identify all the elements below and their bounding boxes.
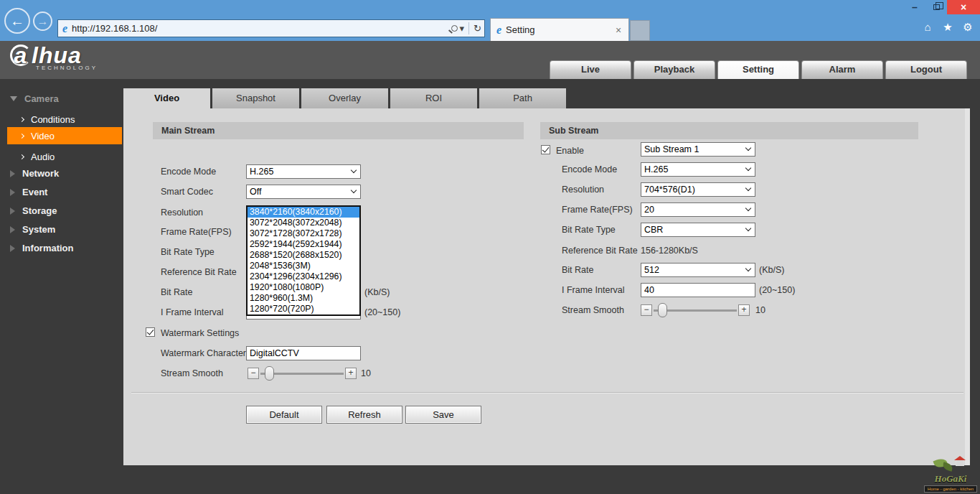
- refresh-icon[interactable]: ↻: [473, 23, 481, 34]
- nav-logout-button[interactable]: Logout: [885, 60, 967, 79]
- tab-overlay[interactable]: Overlay: [301, 88, 388, 109]
- forward-button[interactable]: →: [33, 11, 52, 31]
- i-frame-interval-range: (20~150): [364, 307, 400, 317]
- sidebar-group-information[interactable]: Information: [10, 243, 74, 253]
- new-tab-button[interactable]: [630, 20, 650, 41]
- url-text[interactable]: http://192.168.1.108/: [72, 23, 451, 34]
- sub-i-frame-interval-input[interactable]: [641, 283, 755, 297]
- restore-button[interactable]: [925, 0, 947, 14]
- watermark-settings-checkbox[interactable]: [146, 327, 155, 337]
- resolution-option[interactable]: 1920*1080(1080P): [248, 282, 359, 293]
- tab-close-icon[interactable]: ×: [613, 24, 624, 36]
- encode-mode-value: H.265: [250, 167, 273, 177]
- back-button[interactable]: ←: [4, 8, 30, 34]
- sub-bit-rate-type-select[interactable]: CBR: [641, 223, 755, 237]
- sub-frame-rate-label: Frame Rate(FPS): [562, 205, 633, 215]
- slider-thumb[interactable]: [658, 303, 667, 317]
- slider-minus-button[interactable]: −: [248, 368, 259, 379]
- sub-frame-rate-select[interactable]: 20: [641, 202, 755, 217]
- back-icon: ←: [10, 13, 24, 29]
- submenu-arrow-icon: [19, 133, 24, 138]
- sub-stream-smooth-slider[interactable]: − +: [641, 303, 750, 317]
- ie-favicon: e: [62, 22, 67, 35]
- sidebar-group-camera[interactable]: Camera: [10, 93, 59, 104]
- close-button[interactable]: ×: [947, 0, 980, 14]
- tab-video[interactable]: Video: [123, 88, 210, 109]
- search-icon[interactable]: [451, 25, 458, 32]
- tab-path[interactable]: Path: [479, 88, 566, 109]
- smart-codec-select[interactable]: Off: [246, 185, 361, 199]
- resolution-option[interactable]: 3072*2048(3072x2048): [248, 218, 359, 228]
- main-nav: Live Playback Setting Alarm Logout: [550, 60, 967, 79]
- sidebar-group-storage[interactable]: Storage: [10, 205, 57, 216]
- default-button[interactable]: Default: [246, 406, 322, 424]
- enable-label: Enable: [556, 146, 584, 156]
- home-icon[interactable]: ⌂: [921, 21, 934, 34]
- resolution-option[interactable]: 2304*1296(2304x1296): [248, 271, 359, 282]
- address-bar[interactable]: e http://192.168.1.108/ ▾ ↻: [57, 19, 485, 37]
- refresh-button[interactable]: Refresh: [326, 406, 402, 424]
- slider-plus-button[interactable]: +: [345, 368, 357, 379]
- submenu-arrow-icon: [19, 154, 24, 159]
- collapsed-triangle-icon: [10, 245, 15, 252]
- slider-minus-button[interactable]: −: [641, 304, 652, 316]
- sidebar-item-label: Conditions: [31, 114, 75, 125]
- nav-playback-button[interactable]: Playback: [633, 60, 715, 79]
- bit-rate-unit: (Kb/S): [364, 287, 390, 297]
- panel-scrollbar[interactable]: [965, 108, 970, 465]
- forward-icon: →: [37, 15, 49, 28]
- dahua-logo: alhua TECHNOLOGY: [10, 45, 98, 71]
- chevron-down-icon: [745, 145, 751, 151]
- sub-bit-rate-type-value: CBR: [644, 225, 663, 235]
- favorites-star-icon[interactable]: ★: [941, 21, 954, 34]
- logo-swirl: a: [10, 45, 32, 66]
- main-stream-header: Main Stream: [153, 122, 524, 139]
- browser-tab[interactable]: e Setting ×: [490, 18, 629, 41]
- slider-thumb[interactable]: [265, 366, 274, 381]
- tab-roi[interactable]: ROI: [390, 88, 477, 109]
- settings-gear-icon[interactable]: ⚙: [961, 21, 974, 34]
- search-caret-icon[interactable]: ▾: [460, 23, 465, 34]
- section-divider: [131, 392, 963, 393]
- save-button[interactable]: Save: [405, 406, 481, 424]
- sidebar-group-system[interactable]: System: [10, 224, 55, 235]
- tab-snapshot[interactable]: Snapshot: [212, 88, 299, 109]
- stream-smooth-slider[interactable]: − +: [248, 366, 357, 381]
- nav-alarm-button[interactable]: Alarm: [801, 60, 883, 79]
- enable-checkbox[interactable]: [541, 145, 550, 154]
- sidebar-group-network[interactable]: Network: [10, 168, 59, 179]
- sidebar-group-event[interactable]: Event: [10, 187, 47, 197]
- sub-bit-rate-select[interactable]: 512: [641, 263, 755, 277]
- watermark-character-input[interactable]: [246, 346, 361, 360]
- nav-live-button[interactable]: Live: [550, 60, 631, 79]
- sub-resolution-select[interactable]: 704*576(D1): [641, 182, 755, 197]
- chevron-down-icon: [351, 167, 357, 173]
- sub-encode-mode-select[interactable]: H.265: [641, 162, 755, 177]
- resolution-option[interactable]: 2688*1520(2688x1520): [248, 250, 359, 261]
- tab-favicon: e: [496, 24, 501, 37]
- resolution-option[interactable]: 2048*1536(3M): [248, 261, 359, 271]
- resolution-option[interactable]: 3840*2160(3840x2160): [248, 207, 359, 218]
- sidebar-item-audio[interactable]: Audio: [7, 148, 122, 165]
- encode-mode-select[interactable]: H.265: [246, 164, 361, 179]
- encode-mode-label: Encode Mode: [161, 167, 216, 177]
- restore-icon: [933, 4, 940, 10]
- browser-toolbar: ← → e http://192.168.1.108/ ▾ ↻ e Settin…: [0, 16, 980, 41]
- resolution-option[interactable]: 1280*720(720P): [248, 304, 359, 314]
- minimize-icon: –: [912, 1, 918, 13]
- hogaki-logo: HoGaKi Home - garden - kitchen: [924, 459, 977, 493]
- nav-setting-button[interactable]: Setting: [717, 60, 799, 79]
- sidebar-item-conditions[interactable]: Conditions: [7, 111, 122, 128]
- leaf-icon: [942, 462, 953, 471]
- address-bar-divider: [468, 22, 469, 34]
- bit-rate-label: Bit Rate: [161, 287, 192, 297]
- i-frame-interval-label: I Frame Interval: [161, 307, 224, 317]
- slider-plus-button[interactable]: +: [738, 304, 750, 316]
- resolution-option[interactable]: 2592*1944(2592x1944): [248, 239, 359, 250]
- minimize-button[interactable]: –: [904, 0, 925, 14]
- sub-stream-select[interactable]: Sub Stream 1: [641, 142, 755, 157]
- resolution-option[interactable]: 1280*960(1.3M): [248, 293, 359, 304]
- resolution-option[interactable]: 3072*1728(3072x1728): [248, 228, 359, 239]
- chevron-down-icon: [745, 165, 751, 171]
- sidebar-item-video[interactable]: Video: [7, 127, 122, 144]
